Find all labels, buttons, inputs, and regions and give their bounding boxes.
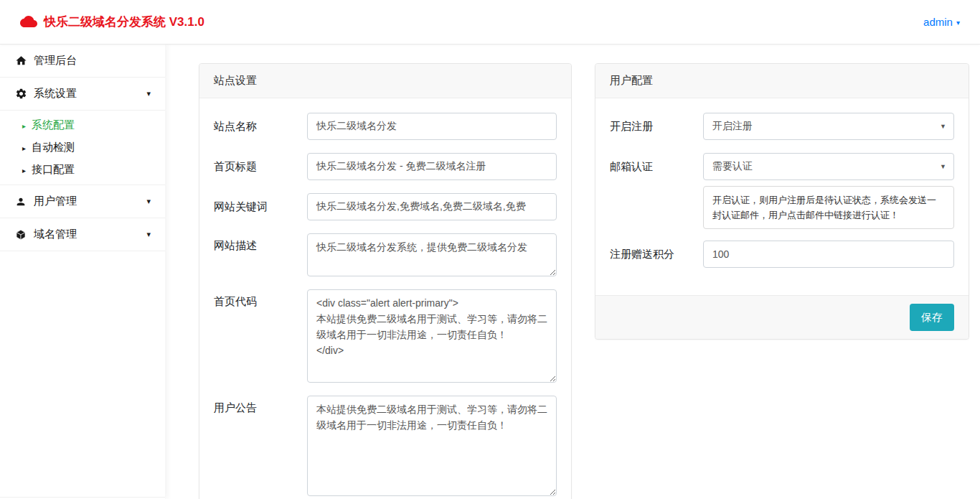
site-settings-card: 站点设置 站点名称 首页标题 网站关键词 网站描述 快乐二级域名分发系统，提供免… (199, 63, 572, 499)
email-auth-select[interactable]: 需要认证 ▼ (703, 153, 954, 180)
points-input[interactable] (703, 241, 954, 268)
user-menu[interactable]: admin ▾ (923, 16, 960, 28)
submenu-item-label: 自动检测 (32, 141, 75, 154)
email-auth-select-value: 需要认证 (712, 160, 753, 173)
sidebar-item-domain-management[interactable]: 域名管理 ▾ (0, 218, 165, 251)
gear-icon (14, 88, 27, 101)
sidebar-item-dashboard[interactable]: 管理后台 (0, 45, 165, 78)
email-auth-label: 邮箱认证 (610, 160, 703, 174)
submenu-item-label: 接口配置 (32, 163, 75, 177)
email-auth-help-text: 开启认证，则用户注册后是待认证状态，系统会发送一封认证邮件，用户点击邮件中链接进… (703, 186, 954, 229)
select-caret-icon: ▼ (940, 163, 946, 170)
user-card-footer: 保存 (595, 295, 969, 339)
user-config-card: 用户配置 开启注册 开启注册 ▼ 邮箱认证 需要认证 ▼ (595, 63, 969, 340)
user-card-title: 用户配置 (595, 64, 969, 98)
triangle-right-icon: ▸ (22, 122, 26, 130)
announcement-row: 用户公告 本站提供免费二级域名用于测试、学习等，请勿将二级域名用于一切非法用途，… (214, 396, 557, 496)
register-select-value: 开启注册 (712, 120, 753, 133)
home-code-label: 首页代码 (214, 289, 307, 309)
submenu-item-api-config[interactable]: ▸ 接口配置 (0, 159, 165, 181)
select-caret-icon: ▼ (940, 123, 946, 130)
brand-title: 快乐二级域名分发系统 V3.1.0 (44, 14, 204, 30)
site-name-input[interactable] (307, 113, 557, 140)
home-code-textarea[interactable]: <div class="alert alert-primary"> 本站提供免费… (307, 289, 557, 383)
triangle-right-icon: ▸ (22, 167, 26, 174)
triangle-right-icon: ▸ (22, 144, 26, 152)
user-icon (14, 195, 27, 208)
save-button[interactable]: 保存 (910, 304, 954, 331)
content-area: 站点设置 站点名称 首页标题 网站关键词 网站描述 快乐二级域名分发系统，提供免… (165, 45, 980, 499)
chevron-down-icon: ▾ (146, 230, 151, 239)
sidebar-item-system-settings[interactable]: 系统设置 ▾ (0, 78, 165, 111)
sidebar-item-label: 系统设置 (34, 87, 77, 101)
home-title-input[interactable] (307, 153, 557, 180)
keywords-label: 网站关键词 (214, 200, 307, 214)
chevron-down-icon: ▾ (146, 89, 151, 98)
email-auth-row: 邮箱认证 需要认证 ▼ (610, 153, 954, 180)
cube-icon (14, 228, 27, 241)
description-row: 网站描述 快乐二级域名分发系统，提供免费二级域名分发 (214, 233, 557, 276)
home-icon (14, 55, 27, 67)
site-name-row: 站点名称 (214, 113, 557, 140)
chevron-down-icon: ▾ (146, 197, 151, 206)
main-layout: 管理后台 系统设置 ▾ ▸ 系统配置 ▸ 自动检测 ▸ 接口配置 (0, 45, 980, 499)
points-row: 注册赠送积分 (610, 241, 954, 268)
keywords-input[interactable] (307, 193, 557, 220)
site-card-body: 站点名称 首页标题 网站关键词 网站描述 快乐二级域名分发系统，提供免费二级域名… (199, 98, 571, 499)
submenu-item-auto-detect[interactable]: ▸ 自动检测 (0, 136, 165, 159)
site-card-title: 站点设置 (199, 64, 571, 98)
sidebar-item-label: 管理后台 (34, 54, 77, 67)
system-settings-submenu: ▸ 系统配置 ▸ 自动检测 ▸ 接口配置 (0, 111, 165, 185)
register-label: 开启注册 (610, 120, 703, 134)
chevron-down-icon: ▾ (956, 19, 960, 27)
submenu-item-label: 系统配置 (32, 118, 75, 132)
sidebar-item-label: 用户管理 (34, 195, 77, 208)
site-name-label: 站点名称 (214, 120, 307, 134)
home-code-row: 首页代码 <div class="alert alert-primary"> 本… (214, 289, 557, 383)
top-navbar: 快乐二级域名分发系统 V3.1.0 admin ▾ (0, 0, 980, 45)
user-menu-label: admin (923, 16, 953, 28)
user-card-body: 开启注册 开启注册 ▼ 邮箱认证 需要认证 ▼ 开启认证，则用户注册后是待认证状… (595, 98, 969, 295)
home-title-label: 首页标题 (214, 160, 307, 174)
sidebar-item-user-management[interactable]: 用户管理 ▾ (0, 185, 165, 218)
sidebar: 管理后台 系统设置 ▾ ▸ 系统配置 ▸ 自动检测 ▸ 接口配置 (0, 45, 165, 499)
submenu-item-system-config[interactable]: ▸ 系统配置 (0, 114, 165, 136)
email-auth-help-row: 开启认证，则用户注册后是待认证状态，系统会发送一封认证邮件，用户点击邮件中链接进… (703, 186, 954, 229)
sidebar-item-label: 域名管理 (34, 228, 77, 241)
announcement-textarea[interactable]: 本站提供免费二级域名用于测试、学习等，请勿将二级域名用于一切非法用途，一切责任自… (307, 396, 557, 496)
description-label: 网站描述 (214, 233, 307, 253)
register-select[interactable]: 开启注册 ▼ (703, 113, 954, 140)
description-textarea[interactable]: 快乐二级域名分发系统，提供免费二级域名分发 (307, 233, 557, 276)
sidebar-bottom-divider (0, 497, 165, 498)
home-title-row: 首页标题 (214, 153, 557, 180)
keywords-row: 网站关键词 (214, 193, 557, 220)
announcement-label: 用户公告 (214, 396, 307, 415)
brand[interactable]: 快乐二级域名分发系统 V3.1.0 (20, 14, 204, 30)
register-row: 开启注册 开启注册 ▼ (610, 113, 954, 140)
cloud-icon (20, 16, 37, 29)
points-label: 注册赠送积分 (610, 248, 703, 261)
